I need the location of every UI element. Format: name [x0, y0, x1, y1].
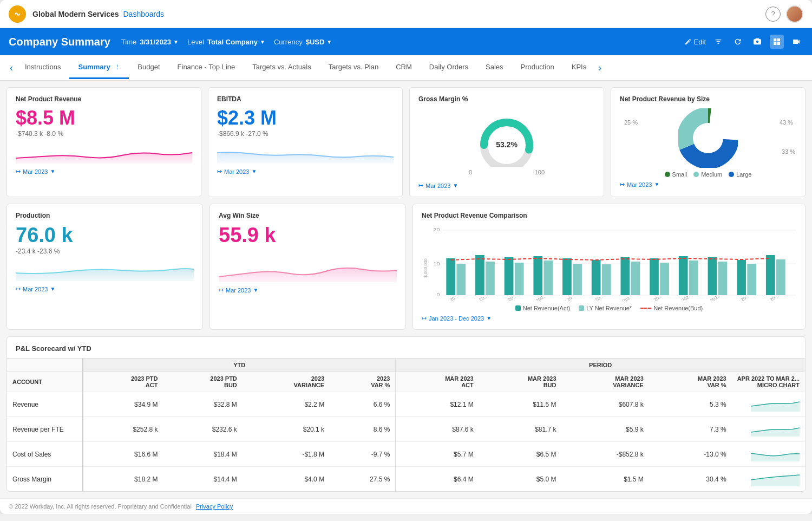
- tab-kpis[interactable]: KPIs: [563, 56, 595, 79]
- avg-win-size-card: Avg Win Size 55.9 k ↦ Mar 2023 ▼: [209, 204, 406, 330]
- ebitda-footer[interactable]: ↦ Mar 2023 ▼: [217, 168, 394, 175]
- revenue-ytd-varp: 6.6 %: [330, 392, 396, 417]
- cos-ytd-act: $16.6 M: [83, 442, 163, 467]
- help-icon: ?: [771, 10, 775, 18]
- production-title: Production: [16, 212, 194, 219]
- ebitda-footer-chevron-icon: ▼: [251, 168, 257, 174]
- tab-next-button[interactable]: ›: [595, 55, 605, 80]
- tab-bar: ‹ Instructions Summary ⋮ Budget Finance …: [0, 55, 812, 81]
- ebitda-value: $2.3 M: [217, 108, 394, 128]
- level-label: Level: [187, 38, 204, 46]
- svg-rect-34: [718, 262, 728, 295]
- page-title: Company Summary: [9, 36, 110, 48]
- main-content: Net Product Revenue $8.5 M -$740.3 k -8.…: [0, 81, 812, 498]
- svg-rect-28: [631, 262, 640, 295]
- per-var-header: MAR 2023VARIANCE: [562, 372, 649, 392]
- net-product-revenue-delta: -$740.3 k -8.0 %: [16, 130, 192, 138]
- ebitda-footer-arrow-icon: ↦: [217, 168, 222, 175]
- production-footer[interactable]: ↦ Mar 2023 ▼: [16, 285, 194, 292]
- privacy-policy-link[interactable]: Privacy Policy: [196, 503, 233, 510]
- svg-rect-26: [602, 264, 611, 295]
- nav-dashboards[interactable]: Dashboards: [123, 10, 165, 18]
- video-icon[interactable]: [789, 35, 803, 49]
- tab-sales[interactable]: Sales: [477, 56, 512, 79]
- net-product-revenue-title: Net Product Revenue: [16, 95, 192, 103]
- top-nav: Global Modern Services Dashboards ?: [0, 0, 812, 28]
- tab-budget[interactable]: Budget: [129, 56, 168, 79]
- legend-ly-net-revenue: LY Net Revenue*: [579, 305, 632, 311]
- net-revenue-by-size-footer[interactable]: ↦ Mar 2023 ▼: [620, 181, 796, 188]
- revenue-ytd-bud: $32.8 M: [163, 392, 242, 417]
- legend-medium-dot: [693, 172, 699, 177]
- gross-margin-per-act: $6.4 M: [396, 467, 479, 492]
- cos-per-bud: $6.5 M: [479, 442, 562, 467]
- ebitda-title: EBITDA: [217, 95, 394, 103]
- time-value[interactable]: 3/31/2023 ▼: [140, 38, 179, 46]
- tab-targets-plan[interactable]: Targets vs. Plan: [320, 56, 388, 79]
- revenue-ytd-var: $2.2 M: [243, 392, 330, 417]
- table-row: Revenue $34.9 M $32.8 M $2.2 M 6.6 % $12…: [7, 392, 805, 417]
- revenue-per-act: $12.1 M: [396, 392, 479, 417]
- tab-targets-actuals[interactable]: Targets vs. Actuals: [244, 56, 319, 79]
- tab-crm[interactable]: CRM: [387, 56, 421, 79]
- gross-margin-per-varp: 30.4 %: [649, 467, 732, 492]
- currency-value[interactable]: $USD ▼: [306, 38, 332, 46]
- tab-summary-menu-icon[interactable]: ⋮: [114, 64, 120, 70]
- nav-help-button[interactable]: ?: [765, 6, 781, 22]
- camera-icon[interactable]: [750, 35, 764, 49]
- production-card: Production 76.0 k -23.4 k -23.6 % ↦ Mar …: [6, 204, 203, 330]
- header-actions: Edit: [684, 35, 803, 49]
- refresh-icon[interactable]: [731, 35, 745, 49]
- tab-daily-orders[interactable]: Daily Orders: [421, 56, 477, 79]
- ytd-bud-header: 2023 PTDBUD: [163, 372, 242, 392]
- workday-logo: [9, 5, 26, 23]
- production-value: 76.0 k: [16, 225, 194, 245]
- svg-text:$,000,000: $,000,000: [422, 258, 428, 278]
- avg-win-footer-chevron-icon: ▼: [253, 287, 258, 293]
- nav-avatar[interactable]: [786, 5, 803, 23]
- pl-scorecard-table: YTD PERIOD ACCOUNT 2023 PTDACT 2023 PTDB…: [7, 358, 805, 491]
- avatar-image: [787, 6, 802, 22]
- net-product-revenue-card: Net Product Revenue $8.5 M -$740.3 k -8.…: [6, 87, 201, 197]
- ytd-act-header: 2023 PTDACT: [83, 372, 163, 392]
- revenue-fte-per-bud: $81.7 k: [479, 417, 562, 442]
- svg-rect-15: [446, 258, 455, 295]
- net-revenue-by-size-title: Net Product Revenue by Size: [620, 95, 796, 103]
- grid-icon[interactable]: [770, 35, 784, 49]
- tab-production[interactable]: Production: [512, 56, 563, 79]
- table-row: Cost of Sales $16.6 M $18.4 M -$1.8 M -9…: [7, 442, 805, 467]
- net-product-revenue-footer[interactable]: ↦ Mar 2023 ▼: [16, 168, 192, 175]
- production-chart: [16, 259, 194, 281]
- level-value[interactable]: Total Company ▼: [207, 38, 265, 46]
- svg-rect-36: [747, 264, 756, 295]
- cos-ytd-bud: $18.4 M: [163, 442, 242, 467]
- svg-rect-35: [737, 260, 746, 295]
- gross-margin-footer[interactable]: ↦ Mar 2023 ▼: [418, 182, 595, 189]
- time-label: Time: [121, 38, 136, 46]
- table-row: Revenue per FTE $252.8 k $232.6 k $20.1 …: [7, 417, 805, 442]
- tab-finance-top-line[interactable]: Finance - Top Line: [169, 56, 244, 79]
- cos-account: Cost of Sales: [7, 442, 83, 467]
- svg-text:10: 10: [433, 261, 440, 266]
- gross-margin-ytd-bud: $14.4 M: [163, 467, 242, 492]
- revenue-fte-ytd-bud: $232.6 k: [163, 417, 242, 442]
- avg-win-size-delta: [219, 248, 397, 256]
- tab-instructions[interactable]: Instructions: [16, 56, 69, 79]
- level-param: Level Total Company ▼: [187, 38, 265, 46]
- ytd-varp-header: 2023VAR %: [330, 372, 396, 392]
- filter-icon[interactable]: [711, 35, 725, 49]
- net-product-revenue-value: $8.5 M: [16, 108, 192, 128]
- currency-label: Currency: [274, 38, 303, 46]
- comparison-footer[interactable]: ↦ Jan 2023 - Dec 2023 ▼: [422, 315, 796, 322]
- avg-win-size-footer[interactable]: ↦ Mar 2023 ▼: [219, 286, 397, 294]
- svg-rect-24: [573, 264, 582, 295]
- copyright-text: © 2022 Workday, Inc. All rights reserved…: [9, 503, 192, 510]
- edit-button[interactable]: Edit: [684, 38, 706, 46]
- revenue-per-var: $607.8 k: [562, 392, 649, 417]
- net-revenue-comparison-title: Net Product Revenue Comparison: [422, 212, 796, 219]
- period-group-header: PERIOD: [396, 359, 805, 372]
- tab-summary[interactable]: Summary ⋮: [69, 56, 129, 79]
- cos-per-act: $5.7 M: [396, 442, 479, 467]
- tab-prev-button[interactable]: ‹: [6, 55, 16, 80]
- pct-33-label: 33 %: [782, 148, 795, 155]
